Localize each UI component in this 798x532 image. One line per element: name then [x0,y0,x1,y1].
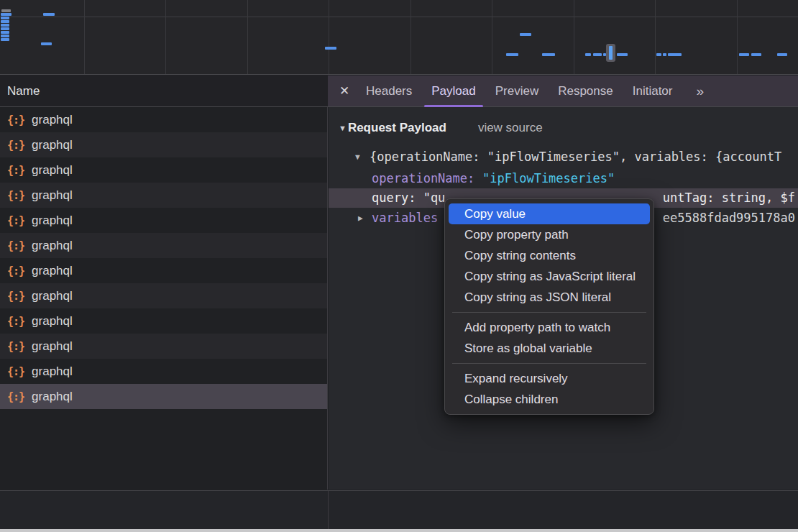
request-timing-bar [1,31,9,34]
overview-gridline [411,0,411,74]
request-timing-bar [542,53,555,56]
name-column-label: Name [7,84,40,98]
expand-arrow-icon[interactable]: ▼ [355,147,360,167]
request-row[interactable]: {:}graphql [0,132,327,157]
overview-gridline [574,0,574,74]
payload-root-row[interactable]: ▼ {operationName: "ipFlowTimeseries", va… [329,147,798,167]
request-timing-bar [1,20,9,23]
overview-gridline [329,0,329,74]
request-timing-bar [739,53,749,56]
request-timing-bar [1,24,9,27]
request-timing-bar [751,53,761,56]
request-timing-bar [1,27,9,30]
context-menu: Copy value Copy property path Copy strin… [444,198,654,415]
menu-item-copy-string-json-literal[interactable]: Copy string as JSON literal [445,287,653,308]
panel-divider [328,491,329,529]
request-timing-bar [777,53,787,56]
overview-selected-request-marker[interactable] [606,44,615,62]
request-name: graphql [32,314,73,329]
request-row-selected[interactable]: {:}graphql [0,384,327,409]
request-row[interactable]: {:}graphql [0,233,327,258]
tab-payload[interactable]: Payload [431,75,475,107]
payload-root-preview: {operationName: "ipFlowTimeseries", vari… [370,147,781,167]
overview-gridline [84,0,85,74]
operation-value: "ipFlowTimeseries" [482,169,615,188]
request-row[interactable]: {:}graphql [0,359,327,384]
json-icon: {:} [7,265,24,278]
request-row[interactable]: {:}graphql [0,283,327,308]
overview-selected-bar [609,46,613,60]
overview-gridline [165,0,166,74]
menu-separator [452,312,646,313]
request-row[interactable]: {:}graphql [0,308,327,334]
request-name: graphql [32,138,73,152]
request-timing-bar [1,38,9,41]
more-tabs-icon[interactable]: » [696,83,702,99]
json-icon: {:} [7,239,24,252]
overview-gridline [492,0,492,74]
request-timing-bar [1,13,12,16]
request-timing-bar [663,53,666,56]
menu-item-copy-string-js-literal[interactable]: Copy string as JavaScript literal [445,266,653,287]
request-row[interactable]: {:}graphql [0,157,327,183]
summary-bar [0,490,798,529]
request-timing-bar [1,9,11,12]
menu-separator [452,363,646,364]
request-name: graphql [32,163,73,178]
request-name: graphql [32,390,73,404]
request-name: graphql [32,264,73,278]
json-icon: {:} [7,365,24,378]
inspector-tabbar: ✕ Headers Payload Preview Response Initi… [328,75,798,107]
request-row[interactable]: {:}graphql [0,208,327,233]
menu-item-copy-property-path[interactable]: Copy property path [445,224,653,245]
overview-gridline-horizontal [0,17,798,17]
network-overview-timeline[interactable] [0,0,798,75]
request-timing-bar [668,53,682,56]
tab-initiator[interactable]: Initiator [633,75,673,107]
request-list: {:}graphql {:}graphql {:}graphql {:}grap… [0,107,328,490]
menu-item-store-as-global-variable[interactable]: Store as global variable [445,338,653,359]
section-title: Request Payload [348,121,446,135]
json-icon: {:} [7,164,24,177]
variables-key: variables [372,208,438,228]
tab-preview[interactable]: Preview [495,75,538,107]
request-row[interactable]: {:}graphql [0,107,327,132]
query-fragment-right: untTag: string, $f [663,188,795,208]
devtools-network-panel: Name ✕ Headers Payload Preview Response … [0,0,798,532]
request-timing-bar [603,53,606,56]
menu-item-copy-string-contents[interactable]: Copy string contents [445,245,653,266]
request-name: graphql [32,113,73,127]
name-column-header[interactable]: Name [0,75,328,107]
menu-item-copy-value[interactable]: Copy value [449,203,650,224]
request-timing-bar [656,53,661,56]
request-timing-bar [1,35,9,37]
payload-operation-row[interactable]: operationName: "ipFlowTimeseries" [329,169,798,188]
request-timing-bar [520,33,531,36]
section-collapse-icon[interactable]: ▼ [339,124,347,132]
menu-item-collapse-children[interactable]: Collapse children [445,389,653,410]
json-icon: {:} [7,390,24,403]
collapse-arrow-icon[interactable]: ▶ [358,208,363,228]
tab-headers[interactable]: Headers [366,75,412,107]
menu-item-add-property-path-to-watch[interactable]: Add property path to watch [445,317,653,338]
overview-gridline [247,0,248,74]
overview-gridline [737,0,738,74]
json-icon: {:} [7,214,24,227]
request-timing-bar [43,13,55,16]
operation-key: operationName: [372,169,474,188]
view-source-link[interactable]: view source [478,121,543,135]
query-fragment-left: query: "qu [372,188,445,208]
overview-gridline [655,0,656,74]
request-row[interactable]: {:}graphql [0,334,327,359]
menu-item-expand-recursively[interactable]: Expand recursively [445,368,653,389]
request-name: graphql [32,339,73,354]
request-row[interactable]: {:}graphql [0,258,327,283]
request-timing-bar [593,53,602,56]
close-icon[interactable]: ✕ [338,83,351,98]
tab-response[interactable]: Response [558,75,613,107]
request-name: graphql [32,188,73,203]
json-icon: {:} [7,189,24,202]
request-payload-section-header[interactable]: ▼ Request Payload view source [339,119,543,137]
request-timing-bar [506,53,518,56]
request-row[interactable]: {:}graphql [0,183,327,208]
